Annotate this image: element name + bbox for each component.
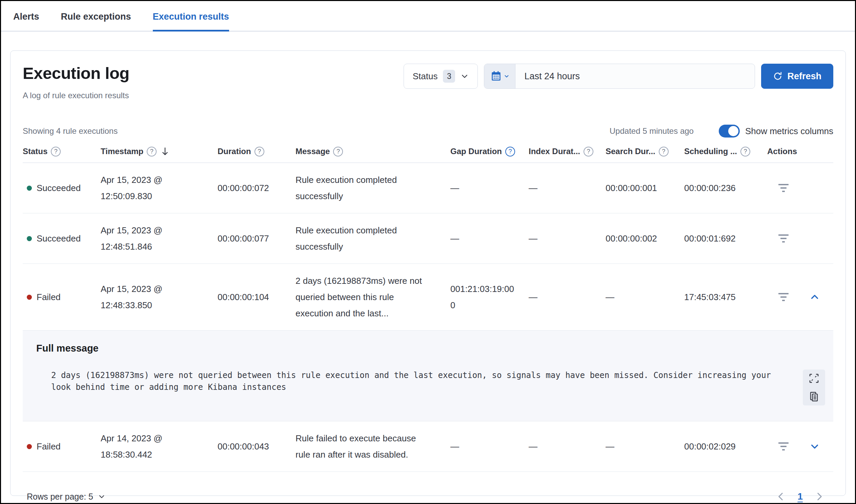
page-subtitle: A log of rule execution results — [23, 91, 129, 100]
scheduling-delay-cell: 00:00:00:236 — [684, 180, 767, 196]
date-range-value: Last 24 hours — [515, 71, 580, 82]
actions-cell — [767, 232, 799, 245]
chevron-down-icon — [98, 493, 105, 500]
status-cell: Succeeded — [23, 180, 101, 196]
duration-cell: 00:00:00:104 — [217, 289, 296, 305]
page-number-button[interactable]: 1 — [797, 491, 803, 502]
status-cell: Failed — [23, 289, 101, 305]
timestamp-cell: Apr 14, 2023 @ 18:58:30.442 — [101, 430, 217, 463]
page-title: Execution log — [23, 64, 129, 83]
refresh-button[interactable]: Refresh — [761, 64, 833, 89]
index-duration-cell: — — [529, 230, 606, 247]
calendar-icon — [491, 70, 502, 82]
status-dot — [27, 236, 32, 241]
timestamp-cell: Apr 15, 2023 @ 12:50:09.830 — [101, 172, 217, 204]
filter-actions-icon[interactable] — [776, 232, 791, 245]
index-duration-cell: — — [529, 289, 606, 305]
expander-cell — [799, 292, 833, 302]
table-row: Succeeded Apr 15, 2023 @ 12:50:09.830 00… — [23, 163, 833, 213]
pager: 1 — [775, 491, 825, 502]
duration-cell: 00:00:00:077 — [217, 230, 296, 247]
actions-cell — [767, 181, 799, 195]
help-icon[interactable]: ? — [51, 147, 61, 157]
rows-per-page-button[interactable]: Rows per page: 5 — [27, 492, 105, 502]
help-icon[interactable]: ? — [505, 147, 515, 157]
copy-icon[interactable] — [808, 391, 819, 402]
date-range-picker[interactable]: Last 24 hours — [484, 64, 755, 89]
full-message-heading: Full message — [36, 343, 825, 354]
status-dot — [27, 295, 32, 300]
table-meta-row: Showing 4 rule executions Updated 5 minu… — [23, 125, 833, 138]
actions-cell — [767, 440, 799, 453]
expander-cell — [799, 183, 833, 193]
status-filter-label: Status — [413, 71, 438, 82]
pagination-row: Rows per page: 5 1 — [23, 472, 833, 504]
status-filter-count-badge: 3 — [443, 70, 455, 83]
full-message-text: 2 days (162198873ms) were not queried be… — [51, 370, 790, 406]
column-header-index-duration: Index Durat... ? — [529, 147, 606, 157]
help-icon[interactable]: ? — [254, 147, 264, 157]
search-duration-cell: 00:00:00:002 — [606, 230, 684, 247]
top-tabs: Alerts Rule exceptions Execution results — [1, 1, 855, 32]
message-cell: Rule execution completed successfully — [296, 222, 450, 255]
expanded-row-detail: Full message 2 days (162198873ms) were n… — [23, 330, 833, 421]
duration-cell: 00:00:00:072 — [217, 180, 296, 196]
tab-alerts[interactable]: Alerts — [13, 12, 39, 31]
table-header: Status ? Timestamp ? Duration ? Message … — [23, 146, 833, 163]
date-picker-calendar-segment[interactable] — [484, 64, 515, 88]
actions-cell — [767, 290, 799, 304]
fullscreen-icon[interactable] — [808, 373, 819, 384]
updated-text: Updated 5 minutes ago — [610, 126, 694, 136]
execution-results-screen: Alerts Rule exceptions Execution results… — [0, 0, 856, 504]
column-header-status: Status ? — [23, 147, 101, 157]
status-dot — [27, 444, 32, 449]
panel-title-block: Execution log A log of rule execution re… — [23, 64, 129, 100]
filter-actions-icon[interactable] — [776, 440, 791, 453]
status-filter-button[interactable]: Status 3 — [404, 64, 478, 89]
tab-execution-results[interactable]: Execution results — [153, 12, 229, 31]
refresh-label: Refresh — [787, 71, 821, 82]
execution-log-panel: Execution log A log of rule execution re… — [10, 51, 846, 496]
chevron-down-icon — [504, 73, 509, 79]
index-duration-cell: — — [529, 438, 606, 454]
scheduling-delay-cell: 17:45:03:475 — [684, 289, 767, 305]
help-icon[interactable]: ? — [584, 147, 593, 157]
toggle-knob — [728, 126, 738, 136]
expand-row-button[interactable] — [809, 441, 820, 451]
table-row: Succeeded Apr 15, 2023 @ 12:48:51.846 00… — [23, 213, 833, 264]
search-duration-cell: — — [606, 289, 684, 305]
status-dot — [27, 186, 32, 191]
help-icon[interactable]: ? — [147, 147, 157, 157]
table-body: Succeeded Apr 15, 2023 @ 12:50:09.830 00… — [23, 163, 833, 472]
search-duration-cell: — — [606, 438, 684, 454]
help-icon[interactable]: ? — [333, 147, 343, 157]
gap-duration-cell: — — [450, 230, 529, 247]
expand-row-button[interactable] — [809, 292, 820, 302]
expander-cell — [799, 441, 833, 451]
gap-duration-cell: — — [450, 438, 529, 454]
toolbar: Status 3 Last 24 hours — [404, 64, 833, 89]
search-duration-cell: 00:00:00:001 — [606, 180, 684, 196]
showing-count-text: Showing 4 rule executions — [23, 126, 118, 136]
timestamp-cell: Apr 15, 2023 @ 12:48:51.846 — [101, 222, 217, 255]
message-cell: Rule execution completed successfully — [296, 172, 450, 204]
previous-page-button[interactable] — [775, 491, 786, 502]
tab-rule-exceptions[interactable]: Rule exceptions — [61, 12, 131, 31]
column-header-search-duration: Search Dur... ? — [606, 147, 684, 157]
status-cell: Failed — [23, 438, 101, 454]
timestamp-cell: Apr 15, 2023 @ 12:48:33.850 — [101, 281, 217, 313]
column-header-gap-duration: Gap Duration ? — [450, 147, 529, 157]
column-header-timestamp[interactable]: Timestamp ? — [101, 146, 217, 157]
filter-actions-icon[interactable] — [776, 181, 791, 195]
next-page-button[interactable] — [814, 491, 825, 502]
chevron-down-icon — [461, 72, 469, 80]
filter-actions-icon[interactable] — [776, 290, 791, 304]
table-row: Failed Apr 15, 2023 @ 12:48:33.850 00:00… — [23, 264, 833, 330]
show-metrics-toggle[interactable] — [719, 125, 740, 138]
gap-duration-cell: 001:21:03:19:000 — [450, 281, 529, 313]
expander-cell — [799, 233, 833, 244]
help-icon[interactable]: ? — [741, 147, 750, 157]
column-header-duration: Duration ? — [217, 147, 296, 157]
help-icon[interactable]: ? — [659, 147, 668, 157]
status-cell: Succeeded — [23, 230, 101, 247]
